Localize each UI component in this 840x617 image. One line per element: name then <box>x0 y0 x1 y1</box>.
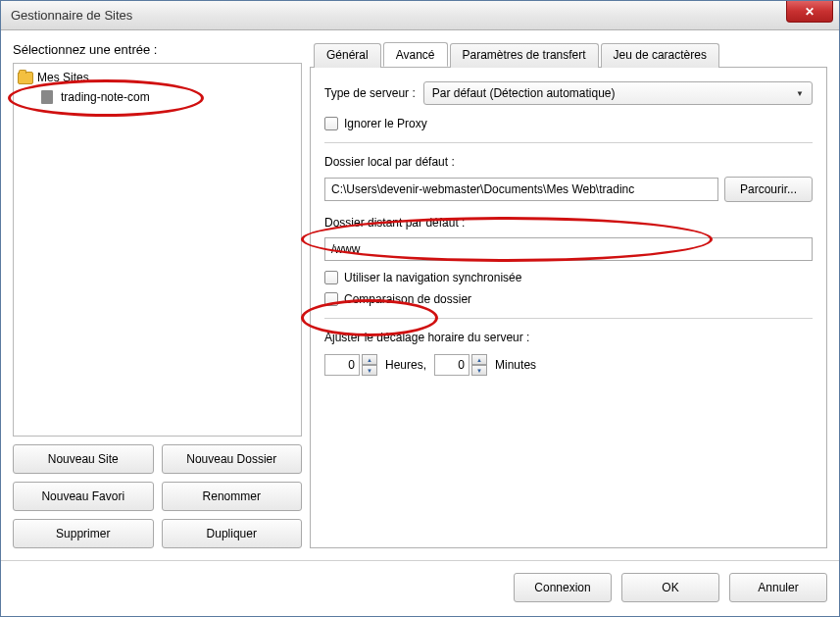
remote-dir-input[interactable] <box>324 237 813 261</box>
duplicate-button[interactable]: Dupliquer <box>162 519 303 548</box>
connect-button[interactable]: Connexion <box>514 573 612 602</box>
tab-content-advanced: Type de serveur : Par défaut (Détection … <box>310 68 827 548</box>
tree-root-folder[interactable]: Mes Sites <box>18 68 297 87</box>
close-button[interactable]: ✕ <box>786 1 833 23</box>
delete-button[interactable]: Supprimer <box>13 519 154 548</box>
ok-button[interactable]: OK <box>621 573 719 602</box>
ignore-proxy-label: Ignorer le Proxy <box>344 117 427 130</box>
server-icon <box>41 90 53 104</box>
new-site-button[interactable]: Nouveau Site <box>13 444 154 474</box>
close-icon: ✕ <box>805 5 815 19</box>
minutes-spinner[interactable]: ▲ ▼ <box>434 354 487 376</box>
local-dir-input[interactable] <box>324 178 718 201</box>
tab-advanced[interactable]: Avancé <box>383 42 448 67</box>
hours-label: Heures, <box>385 358 426 372</box>
rename-button[interactable]: Renommer <box>162 482 303 511</box>
sync-nav-checkbox[interactable] <box>324 271 338 284</box>
divider <box>324 318 813 319</box>
new-folder-button[interactable]: Nouveau Dossier <box>162 444 303 474</box>
compare-checkbox[interactable] <box>324 292 338 306</box>
server-type-value: Par défaut (Détection automatique) <box>432 86 616 100</box>
tab-bar: Général Avancé Paramètres de transfert J… <box>310 42 827 68</box>
cancel-button[interactable]: Annuler <box>729 573 827 602</box>
chevron-down-icon: ▼ <box>796 89 804 98</box>
titlebar: Gestionnaire de Sites ✕ <box>1 1 839 30</box>
hours-down-icon[interactable]: ▼ <box>362 365 377 376</box>
tab-general[interactable]: Général <box>314 43 381 68</box>
dialog-footer: Connexion OK Annuler <box>1 560 839 614</box>
tree-site-item[interactable]: trading-note-com <box>18 87 297 107</box>
divider <box>324 142 813 143</box>
sync-nav-label: Utiliser la navigation synchronisée <box>344 271 521 284</box>
time-offset-label: Ajuster le décalage horaire du serveur : <box>324 331 813 344</box>
hours-input[interactable] <box>324 354 360 376</box>
tree-root-label: Mes Sites <box>37 71 89 84</box>
new-favorite-button[interactable]: Nouveau Favori <box>13 482 154 511</box>
compare-label: Comparaison de dossier <box>344 292 471 306</box>
site-tree[interactable]: Mes Sites trading-note-com <box>13 63 302 437</box>
folder-icon <box>18 72 33 84</box>
minutes-down-icon[interactable]: ▼ <box>471 365 487 376</box>
window-title: Gestionnaire de Sites <box>11 8 132 23</box>
remote-dir-label: Dossier distant par défaut : <box>324 216 813 230</box>
tab-transfer[interactable]: Paramètres de transfert <box>450 43 599 68</box>
server-type-select[interactable]: Par défaut (Détection automatique) ▼ <box>423 81 813 105</box>
tab-charset[interactable]: Jeu de caractères <box>601 43 719 68</box>
hours-spinner[interactable]: ▲ ▼ <box>324 354 377 376</box>
tree-site-label: trading-note-com <box>61 90 150 104</box>
server-type-label: Type de serveur : <box>324 86 416 100</box>
minutes-input[interactable] <box>434 354 469 376</box>
browse-button[interactable]: Parcourir... <box>724 177 813 202</box>
hours-up-icon[interactable]: ▲ <box>362 354 377 365</box>
ignore-proxy-checkbox[interactable] <box>324 117 338 130</box>
local-dir-label: Dossier local par défaut : <box>324 155 813 169</box>
minutes-label: Minutes <box>495 358 536 372</box>
select-entry-label: Sélectionnez une entrée : <box>13 42 302 57</box>
minutes-up-icon[interactable]: ▲ <box>471 354 487 365</box>
